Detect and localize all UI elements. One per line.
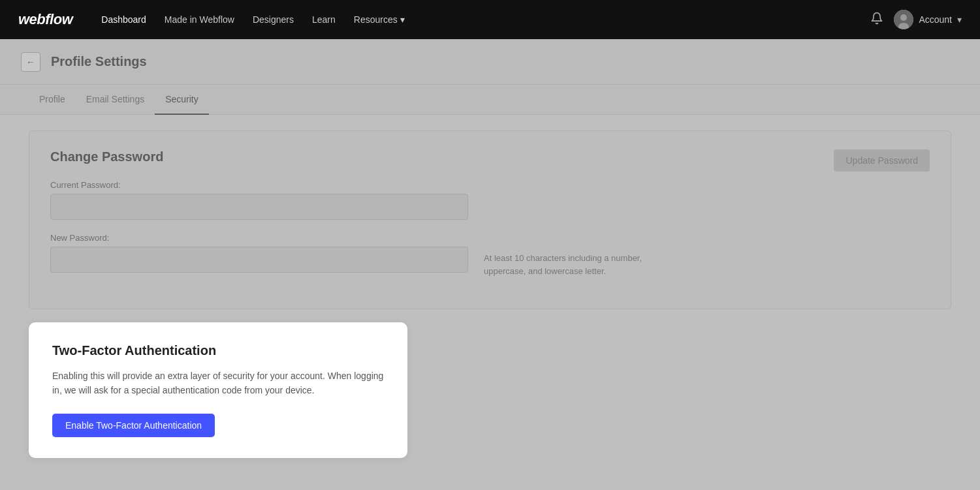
current-password-label: Current Password: <box>50 180 930 190</box>
svg-point-1 <box>900 14 907 21</box>
new-password-input[interactable] <box>50 247 468 273</box>
new-password-row: At least 10 characters including a numbe… <box>50 247 930 277</box>
topnav-right: Account ▾ <box>870 10 962 29</box>
webflow-logo[interactable]: webflow <box>18 11 72 28</box>
twofa-description: Enabling this will provide an extra laye… <box>52 369 384 398</box>
nav-links: Dashboard Made in Webflow Designers Lear… <box>93 10 870 29</box>
main-content: Change Password Update Password Current … <box>0 115 980 474</box>
current-password-group: Current Password: <box>50 180 930 220</box>
avatar <box>894 10 913 29</box>
nav-link-designers[interactable]: Designers <box>245 10 302 29</box>
current-password-input[interactable] <box>50 194 468 220</box>
account-label: Account <box>919 14 952 25</box>
account-menu[interactable]: Account ▾ <box>894 10 962 29</box>
chevron-down-icon: ▾ <box>400 14 405 25</box>
tab-profile[interactable]: Profile <box>29 85 76 115</box>
twofa-title: Two-Factor Authentication <box>52 343 384 358</box>
nav-link-made-in-webflow[interactable]: Made in Webflow <box>157 10 242 29</box>
top-navigation: webflow Dashboard Made in Webflow Design… <box>0 0 980 39</box>
change-password-title: Change Password <box>50 149 930 164</box>
password-hint: At least 10 characters including a numbe… <box>484 252 654 277</box>
page-container: ← Profile Settings Profile Email Setting… <box>0 39 980 490</box>
settings-header: ← Profile Settings <box>0 39 980 85</box>
twofa-section: Two-Factor Authentication Enabling this … <box>29 322 407 458</box>
tab-email-settings[interactable]: Email Settings <box>76 85 155 115</box>
enable-twofa-button[interactable]: Enable Two-Factor Authentication <box>52 414 215 437</box>
nav-link-learn[interactable]: Learn <box>304 10 343 29</box>
nav-link-dashboard[interactable]: Dashboard <box>93 10 154 29</box>
change-password-section: Change Password Update Password Current … <box>29 130 951 309</box>
new-password-label: New Password: <box>50 233 930 243</box>
back-button[interactable]: ← <box>21 52 40 72</box>
new-password-group: New Password: At least 10 characters inc… <box>50 233 930 277</box>
nav-link-resources[interactable]: Resources ▾ <box>346 10 413 29</box>
notifications-icon[interactable] <box>870 12 883 28</box>
account-chevron-icon: ▾ <box>957 14 962 25</box>
update-password-button[interactable]: Update Password <box>834 149 930 172</box>
tab-security[interactable]: Security <box>155 85 209 115</box>
tabs-bar: Profile Email Settings Security <box>0 85 980 115</box>
page-title: Profile Settings <box>51 54 147 69</box>
